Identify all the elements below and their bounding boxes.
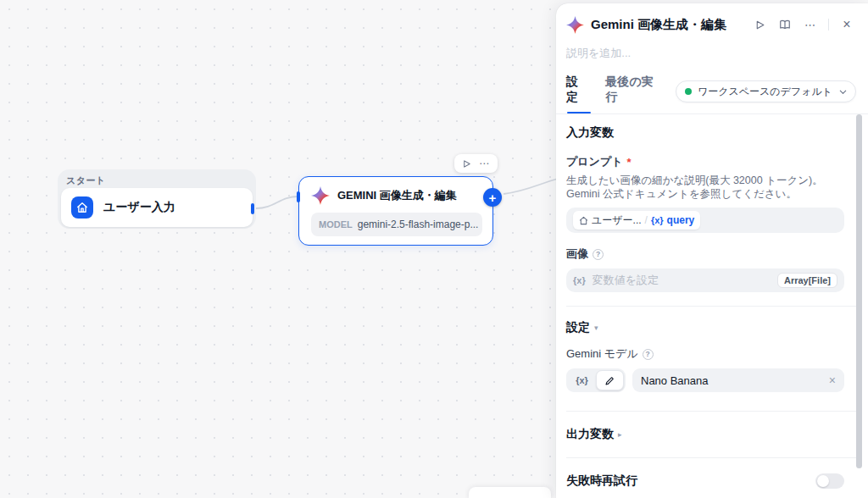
- node-config-panel: Gemini 画像生成・編集 ⋯ × 説明を追加... 設定 最後の実行 ワーク…: [556, 3, 868, 498]
- variable-mode-button[interactable]: {x}: [568, 370, 596, 390]
- retry-toggle[interactable]: [815, 473, 844, 489]
- panel-title: Gemini 画像生成・編集: [591, 17, 743, 33]
- image-label: 画像: [566, 246, 588, 262]
- required-mark: *: [627, 156, 632, 169]
- prompt-description: 生成したい画像の細かな説明(最大 32000 トークン)。Gemini 公式ドキ…: [566, 174, 844, 201]
- gemini-node-title: GEMINI 画像生成・編集: [337, 188, 457, 203]
- workspace-default-dropdown[interactable]: ワークスペースのデフォルト: [676, 80, 856, 102]
- input-variables-title: 入力変数: [566, 125, 844, 141]
- model-value-label: gemini-2.5-flash-image-p...: [358, 219, 479, 230]
- run-button[interactable]: [750, 15, 769, 34]
- chevron-down-icon: [838, 87, 848, 97]
- manual-edit-mode-button[interactable]: [596, 370, 624, 390]
- section-divider: [566, 306, 858, 307]
- section-divider: [566, 457, 858, 458]
- close-panel-button[interactable]: ×: [837, 15, 856, 34]
- model-prefix-label: MODEL: [319, 219, 353, 230]
- user-input-node-title: ユーザー入力: [103, 200, 175, 215]
- image-field-placeholder: 変数値を設定: [593, 273, 771, 288]
- docs-book-icon[interactable]: [776, 15, 794, 34]
- gemini-sparkle-icon: [566, 16, 584, 34]
- panel-tabs: 設定 最後の実行 ワークスペースのデフォルト: [556, 61, 868, 113]
- gemini-sparkle-icon: [311, 186, 330, 205]
- prompt-variable-field[interactable]: ユーザー... / {x} query: [566, 208, 844, 233]
- start-group-label: スタート: [66, 174, 106, 187]
- home-icon: [71, 196, 93, 219]
- caret-down-icon: ▾: [594, 324, 598, 332]
- gemini-node[interactable]: GEMINI 画像生成・編集 MODEL gemini-2.5-flash-im…: [298, 176, 493, 246]
- prompt-variable-tag[interactable]: ユーザー... / {x} query: [573, 211, 700, 230]
- variable-icon: {x}: [573, 275, 586, 285]
- node-more-icon[interactable]: ⋯: [479, 158, 490, 169]
- gemini-model-label: Gemini モデル: [566, 346, 638, 362]
- retry-on-failure-label: 失敗時再試行: [566, 473, 637, 489]
- node-toolbar: ⋯: [454, 154, 498, 173]
- output-variables-header[interactable]: 出力変数 ▸: [566, 427, 844, 442]
- run-node-icon[interactable]: [462, 159, 471, 169]
- image-variable-field[interactable]: {x} 変数値を設定 Array[File]: [566, 268, 844, 292]
- canvas-bottom-toolbar-cut: [469, 487, 551, 498]
- help-icon[interactable]: ?: [643, 349, 654, 360]
- pencil-icon: [604, 375, 615, 386]
- model-name-input[interactable]: Nano Banana ×: [632, 368, 844, 392]
- panel-scrollbar[interactable]: [856, 114, 862, 468]
- prompt-label: プロンプト: [566, 154, 623, 169]
- user-input-node[interactable]: ユーザー入力: [61, 188, 253, 227]
- retry-row: 失敗時再試行: [566, 473, 844, 489]
- status-dot: [685, 88, 692, 95]
- header-separator: [828, 19, 829, 30]
- home-icon: [579, 216, 588, 225]
- model-input-mode-switch: {x}: [566, 368, 626, 392]
- clear-model-icon[interactable]: ×: [829, 374, 836, 387]
- gemini-node-input-handle[interactable]: [297, 191, 300, 202]
- description-input[interactable]: 説明を追加...: [556, 34, 868, 61]
- settings-section-header[interactable]: 設定 ▾: [566, 320, 844, 335]
- start-node-group[interactable]: スタート ユーザー入力: [58, 169, 256, 229]
- tab-last-run[interactable]: 最後の実行: [605, 75, 657, 113]
- help-icon[interactable]: ?: [593, 249, 604, 260]
- caret-right-icon: ▸: [618, 430, 622, 439]
- more-options-button[interactable]: ⋯: [801, 15, 820, 34]
- add-next-node-button[interactable]: +: [483, 188, 502, 207]
- variable-icon: {x}: [651, 215, 664, 225]
- panel-body: 入力変数 プロンプト * 生成したい画像の細かな説明(最大 32000 トークン…: [556, 114, 868, 498]
- start-node-output-handle[interactable]: [251, 203, 254, 214]
- section-divider: [566, 411, 858, 412]
- gemini-node-model-pill: MODEL gemini-2.5-flash-image-p...: [311, 213, 482, 236]
- panel-header: Gemini 画像生成・編集 ⋯ ×: [556, 3, 868, 34]
- tab-settings[interactable]: 設定: [566, 75, 587, 113]
- type-badge: Array[File]: [777, 273, 837, 288]
